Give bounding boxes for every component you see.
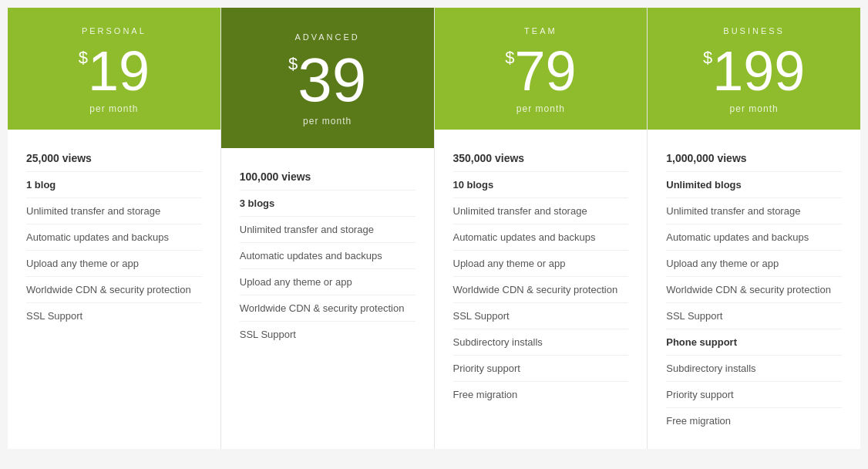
feature-item-business-1: Unlimited blogs xyxy=(666,172,842,198)
plan-per-month-personal: per month xyxy=(20,103,208,114)
feature-item-advanced-5: Worldwide CDN & security protection xyxy=(240,295,415,322)
plan-header-personal: PERSONAL$19per month xyxy=(8,8,220,130)
feature-item-business-8: Subdirectory installs xyxy=(666,356,842,382)
feature-item-advanced-4: Upload any theme or app xyxy=(240,269,415,295)
feature-item-team-8: Priority support xyxy=(453,356,629,382)
feature-item-personal-0: 25,000 views xyxy=(26,145,202,172)
plan-name-advanced: ADVANCED xyxy=(234,32,422,42)
feature-item-business-0: 1,000,000 views xyxy=(666,145,842,172)
feature-item-advanced-6: SSL Support xyxy=(240,322,415,347)
feature-item-personal-1: 1 blog xyxy=(26,172,202,198)
plan-header-advanced: ADVANCED$39per month xyxy=(221,8,434,148)
plan-name-business: BUSINESS xyxy=(660,26,848,35)
feature-item-team-3: Automatic updates and backups xyxy=(453,224,629,251)
feature-item-advanced-2: Unlimited transfer and storage xyxy=(240,217,415,243)
plan-personal: PERSONAL$19per month25,000 views1 blogUn… xyxy=(8,8,221,449)
plan-currency-personal: $ xyxy=(79,49,88,66)
plan-per-month-business: per month xyxy=(660,103,848,114)
feature-item-personal-6: SSL Support xyxy=(26,303,202,329)
plan-price-personal: 19 xyxy=(88,43,150,99)
plan-price-wrap-personal: $19 xyxy=(20,43,208,99)
feature-item-personal-2: Unlimited transfer and storage xyxy=(26,198,202,224)
feature-item-personal-5: Worldwide CDN & security protection xyxy=(26,277,202,303)
feature-item-business-7: Phone support xyxy=(666,329,842,356)
plan-price-wrap-business: $199 xyxy=(660,43,848,99)
plan-header-team: TEAM$79per month xyxy=(435,8,648,130)
plan-features-team: 350,000 views10 blogsUnlimited transfer … xyxy=(435,130,648,449)
feature-item-team-4: Upload any theme or app xyxy=(453,251,629,277)
feature-item-team-9: Free migration xyxy=(453,382,629,407)
feature-item-advanced-1: 3 blogs xyxy=(240,191,415,217)
feature-item-team-5: Worldwide CDN & security protection xyxy=(453,277,629,303)
plan-price-wrap-team: $79 xyxy=(447,43,635,99)
plan-team: TEAM$79per month350,000 views10 blogsUnl… xyxy=(435,8,648,449)
feature-item-team-1: 10 blogs xyxy=(453,172,629,198)
plan-features-advanced: 100,000 views3 blogsUnlimited transfer a… xyxy=(221,148,434,449)
feature-item-business-6: SSL Support xyxy=(666,303,842,329)
plan-features-business: 1,000,000 viewsUnlimited blogsUnlimited … xyxy=(648,130,860,449)
feature-item-business-9: Priority support xyxy=(666,382,842,408)
plan-currency-advanced: $ xyxy=(288,56,298,73)
plan-name-team: TEAM xyxy=(447,26,635,35)
feature-item-advanced-0: 100,000 views xyxy=(240,164,415,191)
plan-business: BUSINESS$199per month1,000,000 viewsUnli… xyxy=(648,8,860,449)
feature-item-team-6: SSL Support xyxy=(453,303,629,329)
plan-price-business: 199 xyxy=(712,43,805,99)
plan-per-month-team: per month xyxy=(447,103,635,114)
feature-item-business-10: Free migration xyxy=(666,408,842,434)
feature-item-advanced-3: Automatic updates and backups xyxy=(240,243,415,269)
feature-item-business-3: Automatic updates and backups xyxy=(666,224,842,251)
feature-item-business-4: Upload any theme or app xyxy=(666,251,842,277)
plan-name-personal: PERSONAL xyxy=(20,26,208,35)
feature-item-team-7: Subdirectory installs xyxy=(453,329,629,356)
plan-price-advanced: 39 xyxy=(298,49,366,111)
plan-price-team: 79 xyxy=(514,43,576,99)
plan-advanced: ADVANCED$39per month100,000 views3 blogs… xyxy=(221,8,435,449)
feature-item-team-0: 350,000 views xyxy=(453,145,629,172)
plan-price-wrap-advanced: $39 xyxy=(234,49,422,111)
feature-item-personal-3: Automatic updates and backups xyxy=(26,224,202,251)
plan-header-business: BUSINESS$199per month xyxy=(648,8,860,130)
feature-item-team-2: Unlimited transfer and storage xyxy=(453,198,629,224)
pricing-table: PERSONAL$19per month25,000 views1 blogUn… xyxy=(8,8,860,449)
feature-item-business-5: Worldwide CDN & security protection xyxy=(666,277,842,303)
feature-item-personal-4: Upload any theme or app xyxy=(26,251,202,277)
plan-features-personal: 25,000 views1 blogUnlimited transfer and… xyxy=(8,130,220,449)
plan-currency-team: $ xyxy=(505,49,514,66)
feature-item-business-2: Unlimited transfer and storage xyxy=(666,198,842,224)
plan-per-month-advanced: per month xyxy=(234,116,422,127)
plan-currency-business: $ xyxy=(703,49,712,66)
